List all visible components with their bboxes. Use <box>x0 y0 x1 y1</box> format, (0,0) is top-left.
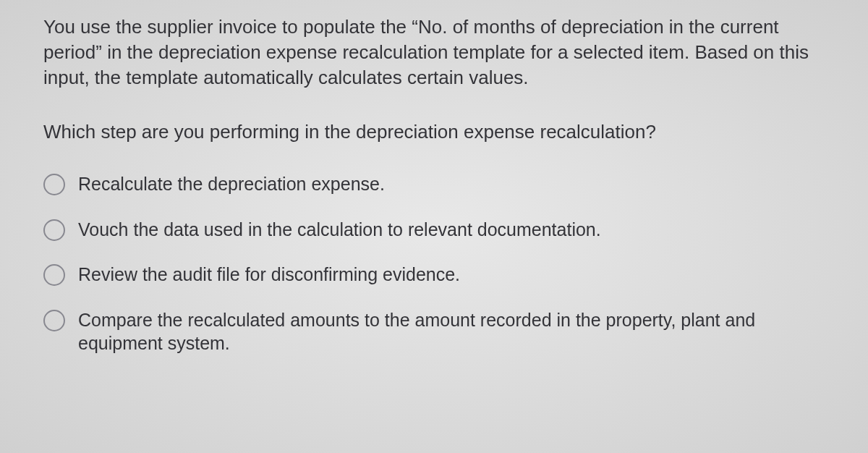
options-list: Recalculate the depreciation expense. Vo… <box>43 172 832 355</box>
radio-icon <box>43 219 65 241</box>
option-vouch[interactable]: Vouch the data used in the calculation t… <box>43 218 832 242</box>
radio-icon <box>43 264 65 286</box>
option-review[interactable]: Review the audit file for disconfirming … <box>43 263 832 287</box>
option-label: Vouch the data used in the calculation t… <box>78 218 601 242</box>
radio-icon <box>43 310 65 331</box>
question-prompt: Which step are you performing in the dep… <box>43 119 832 145</box>
question-context: You use the supplier invoice to populate… <box>43 14 832 90</box>
option-compare[interactable]: Compare the recalculated amounts to the … <box>43 308 832 355</box>
option-recalculate[interactable]: Recalculate the depreciation expense. <box>43 172 832 196</box>
option-label: Review the audit file for disconfirming … <box>78 263 460 287</box>
option-label: Compare the recalculated amounts to the … <box>78 308 832 355</box>
radio-icon <box>43 174 65 195</box>
option-label: Recalculate the depreciation expense. <box>78 172 385 196</box>
